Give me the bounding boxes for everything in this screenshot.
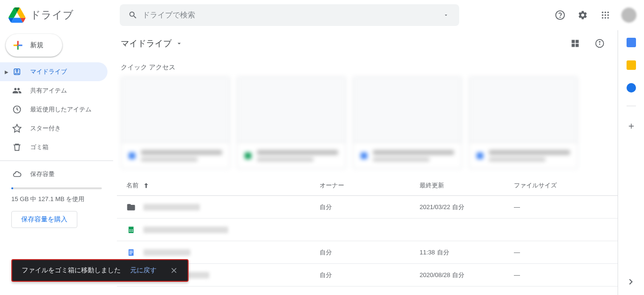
docs-icon — [126, 248, 136, 257]
breadcrumb-label: マイドライブ — [121, 38, 172, 49]
drive-logo-icon — [8, 6, 26, 25]
sidebar-item-label: 保存容量 — [30, 170, 55, 178]
keep-app-icon[interactable] — [627, 60, 636, 70]
sidebar-item-recent[interactable]: 最近使用したアイテム — [0, 100, 107, 119]
sidebar: 新規 ▶ マイドライブ 共有アイテム 最近使用したアイテム スター付き — [0, 30, 113, 295]
logo-area[interactable]: ドライブ — [8, 6, 120, 25]
table-row[interactable]: 自分 2021/03/22自分 — — [117, 196, 618, 219]
folder-icon — [126, 202, 136, 212]
row-modified: 11:38自分 — [420, 248, 514, 257]
help-icon[interactable] — [550, 5, 570, 25]
svg-point-1 — [560, 17, 561, 17]
sidebar-item-label: 最近使用したアイテム — [30, 105, 91, 114]
toast-message: ファイルをゴミ箱に移動しました — [22, 266, 121, 275]
row-modified — [420, 226, 514, 233]
quick-access-card[interactable] — [121, 76, 230, 169]
expand-triangle-icon[interactable]: ▶ — [5, 69, 8, 75]
apps-grid-icon[interactable] — [595, 5, 616, 25]
sidebar-item-label: マイドライブ — [30, 67, 67, 76]
table-row[interactable]: 自分 2020/08/28自分 — — [117, 264, 618, 287]
sort-arrow-up-icon — [142, 182, 150, 189]
new-button[interactable]: 新規 — [6, 34, 62, 57]
storage-bar — [11, 187, 102, 189]
column-modified[interactable]: 最終更新 — [420, 181, 514, 190]
tasks-app-icon[interactable] — [627, 83, 636, 93]
svg-point-12 — [16, 70, 18, 72]
product-name: ドライブ — [30, 8, 74, 22]
sidebar-item-label: ゴミ箱 — [30, 143, 49, 152]
column-size[interactable]: ファイルサイズ — [514, 181, 610, 190]
sidebar-item-storage[interactable]: 保存容量 — [0, 165, 107, 184]
row-modified: 2021/03/22自分 — [420, 203, 514, 211]
mydrive-icon — [12, 67, 22, 76]
side-panel: ＋ — [618, 30, 644, 295]
table-row[interactable]: 自分 11:38自分 — — [117, 241, 618, 264]
row-name-redacted — [143, 204, 200, 211]
quick-access-row — [117, 76, 618, 169]
breadcrumb[interactable]: マイドライブ — [121, 38, 183, 49]
toast-notification: ファイルをゴミ箱に移動しました 元に戻す — [11, 259, 189, 282]
sidebar-item-shared[interactable]: 共有アイテム — [0, 81, 107, 100]
app-header: ドライブ — [0, 0, 644, 30]
main-content: マイドライブ クイック アクセス 名前 オーナー 最終更新 ファイルサイズ — [113, 30, 618, 295]
svg-point-10 — [607, 17, 609, 18]
table-row[interactable] — [117, 219, 618, 241]
sidebar-item-starred[interactable]: スター付き — [0, 119, 107, 138]
header-actions — [550, 5, 640, 25]
svg-point-8 — [602, 17, 603, 18]
toast-undo-action[interactable]: 元に戻す — [130, 266, 157, 275]
column-owner[interactable]: オーナー — [320, 181, 420, 190]
info-icon[interactable] — [589, 33, 610, 54]
chevron-down-icon — [175, 40, 183, 47]
sidebar-item-mydrive[interactable]: ▶ マイドライブ — [0, 62, 107, 81]
row-owner: 自分 — [320, 271, 420, 279]
star-icon — [12, 124, 22, 133]
toast-close-icon[interactable] — [166, 262, 182, 278]
search-input[interactable] — [142, 11, 437, 19]
quick-access-title: クイック アクセス — [117, 57, 618, 76]
grid-view-icon[interactable] — [565, 33, 586, 54]
quick-access-card[interactable] — [353, 76, 462, 169]
sidebar-item-label: 共有アイテム — [30, 86, 67, 95]
table-header: 名前 オーナー 最終更新 ファイルサイズ — [117, 176, 618, 196]
row-name-redacted — [143, 227, 228, 233]
row-size: — — [514, 203, 610, 211]
cloud-icon — [12, 169, 22, 179]
search-options-dropdown[interactable] — [437, 6, 455, 25]
svg-point-4 — [607, 12, 609, 13]
svg-point-16 — [599, 42, 600, 42]
sheets-icon — [126, 226, 136, 234]
row-owner: 自分 — [320, 248, 420, 257]
search-icon[interactable] — [124, 6, 142, 25]
row-name-redacted — [143, 249, 190, 256]
quick-access-card[interactable] — [469, 76, 578, 169]
add-addon-icon[interactable]: ＋ — [627, 119, 636, 132]
search-bar[interactable] — [120, 4, 459, 26]
people-icon — [12, 86, 22, 95]
storage-text: 15 GB 中 127.1 MB を使用 — [11, 195, 102, 203]
sidebar-item-trash[interactable]: ゴミ箱 — [0, 138, 107, 157]
trash-icon — [12, 143, 22, 152]
column-name[interactable]: 名前 — [126, 181, 320, 190]
svg-point-9 — [604, 17, 606, 18]
row-size: — — [514, 271, 610, 278]
clock-icon — [12, 105, 22, 114]
settings-gear-icon[interactable] — [572, 5, 593, 25]
side-panel-toggle[interactable] — [625, 276, 636, 287]
quick-access-card[interactable] — [237, 76, 346, 169]
account-avatar[interactable] — [621, 8, 636, 23]
row-owner: 自分 — [320, 203, 420, 211]
row-size: — — [514, 249, 610, 256]
buy-storage-button[interactable]: 保存容量を購入 — [11, 211, 77, 228]
svg-point-5 — [602, 14, 603, 16]
row-modified: 2020/08/28自分 — [420, 271, 514, 279]
svg-point-7 — [607, 14, 609, 16]
svg-point-6 — [604, 14, 606, 16]
calendar-app-icon[interactable] — [627, 38, 636, 47]
svg-point-2 — [602, 12, 603, 13]
plus-icon — [11, 39, 25, 52]
sidebar-item-label: スター付き — [30, 124, 61, 133]
svg-point-3 — [604, 12, 606, 13]
new-button-label: 新規 — [30, 41, 43, 50]
